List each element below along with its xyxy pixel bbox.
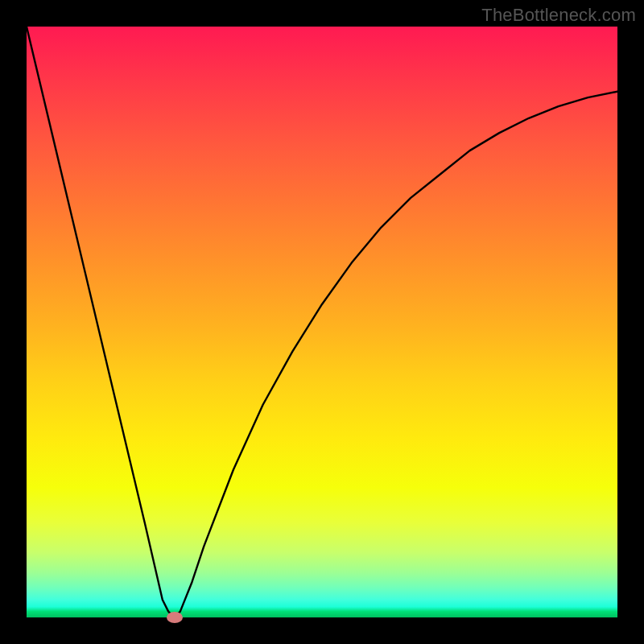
chart-stage: TheBottleneck.com [0, 0, 644, 644]
attribution-text: TheBottleneck.com [481, 5, 636, 26]
optimum-marker [167, 612, 183, 623]
plot-area [27, 27, 617, 617]
bottleneck-curve [27, 27, 617, 617]
